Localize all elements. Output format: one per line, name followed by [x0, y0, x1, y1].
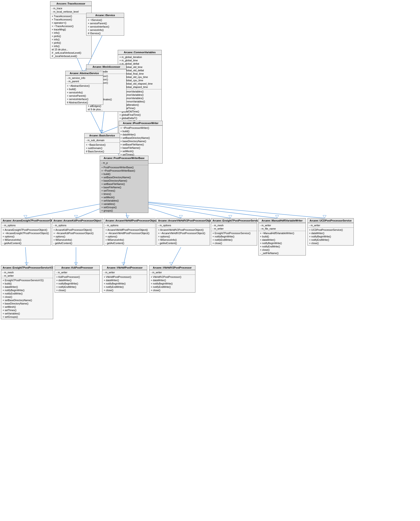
box-ensight7-pp-object-title: Arcane::ArcaneEnsight7PostProcessorObjec… [1, 218, 51, 223]
svg-line-32 [123, 247, 128, 265]
box-ensight7-pp-object-attrs: - m_options [1, 223, 51, 227]
diagram-container: Arccore::TraceAccessor - m_trace - m_loc… [0, 0, 420, 521]
box-trace-accessor-methods: + TraceAccessor() + TraceAccessor() + op… [50, 14, 91, 58]
box-vtkhdf-pp-title: Arcane::VtkHdfPostProcessor [102, 265, 147, 270]
box-abstract-service-title: Arcane::AbstractService [66, 71, 103, 76]
svg-marker-9 [100, 130, 103, 133]
box-basic-service-methods: + ~BasicService() + subDomain() # BasicS… [84, 142, 120, 154]
box-ensight7-pp-service-attrs: - m_mesh - m_writer [211, 223, 257, 231]
box-basic-service: Arcane::BasicService - m_sub_domain + ~B… [84, 133, 120, 154]
box-vtkhdfv2-pp-methods: + VtkHdfV2PostProcessor() + dataWriter()… [149, 274, 195, 292]
box-common-variables-title: Arcane::CommonVariables [118, 50, 161, 55]
box-ensight7-pp-service-methods: + Ensight7PostProcessorService() + notif… [211, 231, 257, 245]
svg-line-26 [123, 200, 324, 218]
svg-marker-31 [74, 262, 78, 265]
box-ucd-pp-service-attrs: - m_writer [308, 223, 353, 227]
box-trace-accessor: Arccore::TraceAccessor - m_trace - m_loc… [50, 1, 92, 58]
svg-marker-5 [100, 130, 103, 133]
box-vtkhdfv2-pp-object-methods: + ArcaneVtkHdfV2PostProcessorObject() + … [157, 227, 210, 245]
svg-marker-25 [275, 215, 279, 218]
box-ensight7-pp-service-v2-title: Arcane::Ensight7PostProcessorServiceV2 [1, 265, 53, 270]
box-vtkhdfv2-pp: Arcane::VtkHdfV2PostProcessor - m_writer… [149, 265, 195, 293]
box-manual-hdf5-writer-methods: + ~ManualHdf5VariableWriter() + build() … [259, 231, 306, 255]
box-ensight7-pp-object-methods: + ArcaneEnsight7PostProcessorObject() + … [1, 227, 51, 245]
box-mesh-accessor-title: Arcane::MeshAccessor [86, 65, 126, 69]
box-post-processor-writer-base-methods: + PostProcessorWriterBase() + ~PostProce… [100, 165, 148, 213]
svg-marker-29 [25, 262, 28, 265]
box-ucd-pp-service: Arcane::UCDPostProcessorService - m_writ… [308, 218, 354, 246]
svg-marker-15 [24, 215, 27, 218]
box-vtkhdf-pp: Arcane::VtkHdfPostProcessor - m_writer +… [102, 265, 147, 293]
box-ensight7-pp-service-title: Arcane::Ensight7PostProcessorService [211, 218, 257, 223]
svg-marker-35 [170, 262, 173, 265]
box-vtkhdfv2-pp-title: Arcane::VtkHdfV2PostProcessor [149, 265, 195, 270]
svg-marker-19 [126, 215, 129, 218]
box-vtkhdf-pp-methods: + VtkHdfPostProcessor() + dataWriter() +… [102, 274, 147, 292]
box-abstract-service-attrs: - m_service_info - m_parent [66, 76, 103, 83]
box-kdi-pp-title: Arcane::KdiPostProcessor [55, 265, 99, 270]
box-vtkhdf-pp-object-methods: + ArcaneVtkHdfPostProcessorObject() + ~A… [104, 227, 155, 245]
box-trace-accessor-title: Arccore::TraceAccessor [50, 1, 91, 6]
box-kdi-pp-object-attrs: - m_options [52, 223, 103, 227]
box-ensight7-pp-service-v2-attrs: - m_mesh - m_writer [1, 270, 53, 278]
box-manual-hdf5-writer-title: Arcane::ManualHdf5VariableWriter [259, 218, 306, 223]
box-ensight7-pp-service-v2-methods: + Ensight7PostProcessorServiceV2() + bui… [1, 278, 53, 319]
svg-marker-17 [74, 215, 78, 218]
box-ipost-processor-writer-title: Arcane::IPostProcessorWriter [119, 121, 162, 125]
box-manual-hdf5-writer: Arcane::ManualHdf5VariableWriter - m_wri… [258, 218, 306, 256]
box-manual-hdf5-writer-attrs: - m_writer - m_file_name [259, 223, 306, 231]
box-ucd-pp-service-methods: + UCDPostProcessorService() + dataWriter… [308, 227, 353, 245]
box-vtkhdf-pp-object-title: Arcane::ArcaneVtkHdfPostProcessorObject [104, 218, 155, 223]
svg-marker-21 [179, 215, 183, 218]
box-ensight7-pp-object: Arcane::ArcaneEnsight7PostProcessorObjec… [1, 218, 51, 246]
box-basic-service-title: Arcane::BasicService [84, 133, 120, 138]
svg-marker-7 [100, 130, 103, 133]
svg-line-28 [25, 247, 27, 265]
box-vtkhdfv2-pp-object-title: Arcane::ArcaneVtkHdfV2PostProcessorObjec… [157, 218, 210, 223]
box-post-processor-writer-base: Arcane::PostProcessorWriterBase - m_p + … [100, 156, 148, 213]
box-iservice-title: Arcane::IService [86, 13, 124, 18]
box-iservice-methods: + ~IService() + serviceParent() + servic… [86, 18, 124, 35]
box-post-processor-writer-base-attrs: - m_p [100, 160, 148, 165]
box-abstract-service-methods: + ~AbstractService() + build() + service… [66, 83, 103, 105]
box-kdi-pp: Arcane::KdiPostProcessor - m_writer + Kd… [55, 265, 100, 293]
box-post-processor-writer-base-title: Arcane::PostProcessorWriterBase [100, 156, 148, 160]
box-kdi-pp-object-methods: + ArcaneKdiPostProcessorObject() + ~Arca… [52, 227, 103, 245]
box-ucd-pp-service-title: Arcane::UCDPostProcessorService [308, 218, 353, 223]
box-kdi-pp-object-title: Arcane::ArcaneKdiPostProcessorObject [52, 218, 103, 223]
box-iservice: Arcane::IService + ~IService() + service… [86, 13, 124, 36]
box-vtkhdf-pp-attrs: - m_writer [102, 270, 147, 274]
svg-marker-33 [122, 262, 125, 265]
svg-marker-23 [229, 215, 232, 218]
box-kdi-pp-methods: + KdiPostProcessor() + dataWriter() + no… [55, 274, 99, 292]
box-vtkhdfv2-pp-object: Arcane::ArcaneVtkHdfV2PostProcessorObjec… [157, 218, 210, 246]
box-basic-service-attrs: - m_sub_domain [84, 138, 120, 142]
box-vtkhdf-pp-object-attrs: - m_options [104, 223, 155, 227]
box-ensight7-pp-service: Arcane::Ensight7PostProcessorService - m… [211, 218, 257, 246]
box-vtkhdfv2-pp-attrs: - m_writer [149, 270, 195, 274]
box-kdi-pp-object: Arcane::ArcaneKdiPostProcessorObject - m… [52, 218, 103, 246]
box-vtkhdfv2-pp-object-attrs: - m_options [157, 223, 210, 227]
svg-marker-27 [323, 215, 326, 218]
box-kdi-pp-attrs: - m_writer [55, 270, 99, 274]
box-trace-accessor-attrs: - m_trace - m_local_verbose_level [50, 6, 91, 14]
svg-line-34 [171, 247, 181, 265]
box-abstract-service: Arcane::AbstractService - m_service_info… [65, 71, 103, 105]
box-ensight7-pp-service-v2: Arcane::Ensight7PostProcessorServiceV2 -… [1, 265, 53, 319]
box-vtkhdf-pp-object: Arcane::ArcaneVtkHdfPostProcessorObject … [104, 218, 156, 246]
connections-svg [0, 0, 420, 521]
